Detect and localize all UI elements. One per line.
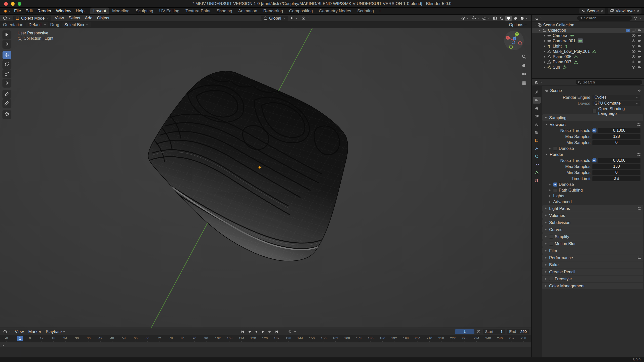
zoom-icon[interactable]	[521, 54, 527, 59]
device-dropdown[interactable]: GPU Compute	[592, 101, 640, 106]
properties-tab-modifiers[interactable]	[533, 145, 541, 152]
denoise-toggle[interactable]: Denoise	[542, 182, 644, 187]
navigation-gizmo[interactable]: X Y Z	[503, 30, 525, 51]
render-min-samples-field[interactable]: 0	[592, 170, 640, 175]
lights-toggle[interactable]: Lights	[542, 193, 644, 199]
section-film[interactable]: Film	[542, 247, 643, 254]
timeline-menu-view[interactable]: View	[13, 329, 26, 334]
viewport-denoise-toggle[interactable]: Denoise	[542, 146, 644, 151]
properties-tab-tool[interactable]	[533, 89, 541, 96]
path-guiding-toggle[interactable]: Path Guiding	[542, 187, 644, 193]
freestyle-checkbox[interactable]	[549, 277, 553, 281]
close-icon[interactable]	[600, 10, 603, 13]
workspace-tab-compositing[interactable]: Compositing	[286, 8, 316, 14]
minimize-button[interactable]	[11, 2, 15, 6]
current-frame-field[interactable]: 1	[455, 329, 474, 334]
editor-type-button[interactable]	[2, 16, 12, 21]
outliner-row-scene-collection[interactable]: Scene Collection	[532, 22, 644, 28]
section-motion-blur[interactable]: Motion Blur	[542, 240, 643, 247]
drag-dropdown[interactable]: Select Box	[62, 22, 91, 27]
timeline-body[interactable]: -661218243036424854606672788490961021081…	[0, 335, 531, 357]
properties-tab-scene[interactable]	[533, 121, 541, 128]
filter-funnel-icon[interactable]	[633, 16, 638, 20]
data-icon-slot[interactable]	[578, 38, 583, 43]
section-simplify[interactable]: Simplify	[542, 233, 643, 240]
options-dropdown[interactable]: Options	[508, 22, 528, 27]
menu-edit[interactable]: Edit	[23, 8, 35, 14]
properties-tab-object-data[interactable]	[533, 169, 541, 176]
playback-next-keyframe-button[interactable]	[267, 329, 273, 334]
preset-sliders-icon[interactable]	[637, 122, 641, 127]
tool-cursor[interactable]	[3, 40, 11, 48]
path-guiding-checkbox[interactable]	[553, 188, 557, 192]
mode-dropdown[interactable]: Object Mode	[13, 16, 51, 21]
properties-tab-object[interactable]	[533, 137, 541, 144]
workspace-tab-texture-paint[interactable]: Texture Paint	[182, 8, 213, 14]
tool-select-box[interactable]	[3, 30, 11, 39]
subsection-render[interactable]: Render	[542, 151, 644, 157]
properties-tab-view-layer[interactable]	[533, 113, 541, 120]
add-workspace-button[interactable]: +	[377, 8, 383, 14]
properties-tab-output[interactable]	[533, 105, 541, 112]
render-noise-threshold-field[interactable]: 0.0100	[598, 158, 640, 163]
timeline-menu-playback[interactable]: Playback	[44, 329, 68, 334]
shading-wireframe-button[interactable]	[499, 16, 505, 21]
properties-tab-world[interactable]	[533, 129, 541, 136]
section-bake[interactable]: Bake	[542, 261, 643, 268]
outliner-row-plane-005[interactable]: Plane.005	[532, 54, 644, 59]
tool-add-cube[interactable]	[3, 110, 11, 119]
mesh-object[interactable]	[145, 70, 350, 264]
section-light-paths[interactable]: Light Paths	[542, 205, 643, 212]
close-button[interactable]	[4, 2, 8, 6]
data-icon-slot[interactable]	[562, 65, 567, 70]
data-icon-slot[interactable]	[564, 44, 569, 49]
tool-measure[interactable]	[3, 99, 11, 108]
playhead[interactable]: 1	[17, 336, 23, 341]
playback-previous-keyframe-button[interactable]	[246, 329, 253, 334]
viewport-max-samples-field[interactable]: 128	[592, 134, 640, 139]
properties-tab-physics[interactable]	[533, 153, 541, 160]
viewport-min-samples-field[interactable]: 0	[592, 140, 640, 145]
motion-blur-checkbox[interactable]	[549, 242, 553, 246]
viewlayer-selector[interactable]: ViewLayer	[608, 8, 641, 14]
workspace-tab-layout[interactable]: Layout	[90, 8, 109, 14]
viewport-menu-object[interactable]: Object	[95, 16, 112, 21]
render-max-samples-field[interactable]: 130	[592, 164, 640, 169]
menu-window[interactable]: Window	[54, 8, 73, 14]
playback-play-button[interactable]	[260, 329, 266, 334]
outliner-row-collection[interactable]: Collection	[532, 28, 644, 33]
render-engine-dropdown[interactable]: Cycles	[592, 95, 640, 100]
properties-tab-render[interactable]	[533, 97, 541, 104]
transform-orientation-dropdown[interactable]: Global	[261, 16, 288, 21]
viewport-3d[interactable]: User Perspective (1) Collection | Light …	[0, 28, 531, 328]
workspace-tab-uv-editing[interactable]: UV Editing	[156, 8, 182, 14]
blender-menu-button[interactable]	[2, 8, 12, 14]
workspace-tab-animation[interactable]: Animation	[235, 8, 260, 14]
menu-help[interactable]: Help	[73, 8, 87, 14]
menu-render[interactable]: Render	[35, 8, 54, 14]
section-subdivision[interactable]: Subdivision	[542, 219, 643, 226]
shading-material-button[interactable]	[512, 16, 518, 21]
camera-view-icon[interactable]	[521, 72, 527, 77]
ortho-grid-icon[interactable]	[521, 80, 527, 85]
viewport-denoise-checkbox[interactable]	[553, 147, 557, 151]
new-viewlayer-icon[interactable]	[636, 10, 639, 13]
pin-icon[interactable]	[637, 88, 641, 93]
simplify-checkbox[interactable]	[549, 235, 553, 239]
tool-move[interactable]	[3, 51, 11, 59]
advanced-toggle[interactable]: Advanced	[542, 199, 644, 205]
workspace-tab-sculpting[interactable]: Sculpting	[133, 8, 156, 14]
collection-checkbox[interactable]	[626, 29, 630, 32]
chevron-down-icon[interactable]	[639, 17, 642, 20]
playback-play-reverse-button[interactable]	[253, 329, 259, 334]
outliner-row-plane-007[interactable]: Plane.007	[532, 59, 644, 65]
data-icon-slot[interactable]	[573, 60, 579, 64]
outliner-row-camera[interactable]: Camera	[532, 33, 644, 38]
proportional-editing-toggle[interactable]	[300, 16, 310, 21]
tool-annotate[interactable]	[3, 90, 11, 98]
subsection-viewport[interactable]: Viewport	[542, 121, 644, 127]
playback-jump-to-end-button[interactable]	[273, 329, 280, 334]
pan-hand-icon[interactable]	[521, 63, 527, 68]
outliner-row-male-low-poly-001[interactable]: Male_Low_Poly.001	[532, 49, 644, 54]
outliner-search-input[interactable]: Search	[577, 16, 632, 21]
